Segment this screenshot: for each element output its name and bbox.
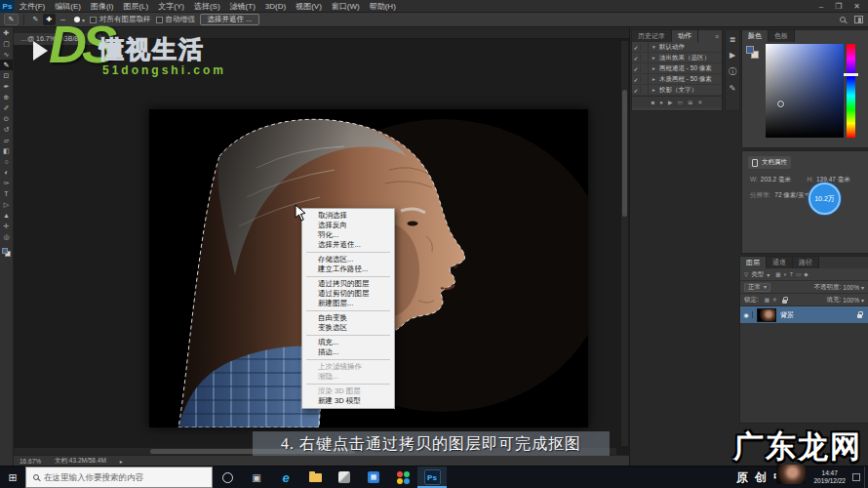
select-and-mask-button[interactable]: 选择并遮住 ... [200,14,260,25]
search-input[interactable] [44,472,200,482]
zoom-tool[interactable]: ◎ [0,231,13,242]
context-menu-item[interactable]: 新建 3D 模型 [302,396,394,406]
sample-all-layers-checkbox[interactable]: 对所有图层取样 [90,15,151,24]
foreground-background-swatches[interactable] [2,248,12,258]
filter-type-label[interactable]: 类型 [751,270,764,279]
file-explorer-button[interactable] [300,467,330,488]
new-selection-mode[interactable]: ✎ [29,14,42,25]
pen-tool[interactable]: ✑ [0,178,13,188]
brush-size-picker[interactable]: ▾ [74,17,85,23]
tab-swatches[interactable]: 色板 [769,30,795,42]
scrollbar-thumb[interactable] [622,90,627,217]
menu-item[interactable]: 3D(D) [260,0,291,13]
panel-icon-brush[interactable]: ✎ [730,84,736,93]
layer-filter-icon[interactable]: T [790,271,793,277]
dodge-tool[interactable]: ◐ [0,167,13,178]
taskbar-search[interactable] [25,467,213,488]
workspace-switcher-icon[interactable] [854,16,863,23]
context-menu-item[interactable]: 通过剪切的图层 [302,289,394,299]
context-menu-item[interactable]: 描边... [302,347,394,357]
menu-item[interactable]: 文件(F) [15,0,50,13]
foreground-color-swatch[interactable] [746,46,754,54]
close-icon[interactable]: ✕ [89,35,94,42]
clone-stamp-tool[interactable]: ⊙ [0,113,13,124]
layer-thumbnail[interactable] [757,308,776,322]
layer-filter-icon[interactable]: ▭ [796,271,801,277]
resolution-value[interactable]: 72 像素/英寸 [774,191,810,200]
gradient-tool[interactable]: ◧ [0,145,13,156]
context-menu-item[interactable]: 填充... [302,338,394,347]
app-button-3[interactable] [388,467,417,488]
tab-paths[interactable]: 路径 [793,257,819,268]
action-check-icon[interactable]: ✓ [632,65,641,72]
tab-history[interactable]: 历史记录 [632,30,672,42]
fill-value[interactable]: 100% [843,297,859,304]
context-menu-item[interactable] [306,310,390,311]
hand-tool[interactable]: ✛ [0,221,13,231]
layer-name[interactable]: 背景 [780,310,794,320]
menu-item[interactable]: 选择(S) [189,0,225,13]
action-dialog-toggle[interactable] [641,63,649,74]
new-folder-icon[interactable]: ▭ [678,99,684,105]
action-dialog-toggle[interactable] [641,53,649,63]
action-dialog-toggle[interactable] [641,74,649,85]
menu-item[interactable]: 编辑(E) [50,0,86,13]
context-menu-item[interactable]: 取消选择 [302,211,394,221]
tab-color[interactable]: 颜色 [742,30,769,42]
search-icon[interactable] [840,17,846,22]
context-menu-item[interactable]: 上次滤镜操作 [302,362,394,372]
rectangular-marquee-tool[interactable]: ▢ [0,38,13,49]
hue-slider[interactable] [847,44,855,138]
cortana-button[interactable] [213,467,242,488]
quick-selection-tool[interactable]: ✎ [0,60,13,70]
layer-filter-icon[interactable]: ◐ [783,271,786,277]
show-desktop-button[interactable] [864,467,868,488]
eraser-tool[interactable]: ▱ [0,135,13,145]
notification-center-icon[interactable] [852,473,860,481]
context-menu-item[interactable] [306,359,390,360]
app-button-1[interactable] [330,467,359,488]
saturation-brightness-field[interactable] [766,44,844,138]
minimize-button[interactable]: – [813,0,829,13]
action-row[interactable]: ✓ ▸ 木质画框 - 50 像素 [632,74,722,85]
eyedropper-tool[interactable]: ✒ [0,81,13,92]
lock-option-icon[interactable]: ▦ [765,297,769,303]
context-menu-item[interactable]: 选择并遮住... [302,240,394,250]
action-row[interactable]: ✓ ▸ 画框通道 - 50 像素 [632,63,722,74]
close-button[interactable]: ✕ [848,0,866,13]
menu-item[interactable]: 视图(V) [291,0,327,13]
task-view-button[interactable]: ▣ [242,467,271,488]
stop-icon[interactable]: ■ [651,100,655,105]
context-menu-item[interactable]: 选择反向 [302,221,394,230]
action-dialog-toggle[interactable] [641,42,649,53]
auto-enhance-checkbox[interactable]: 自动增强 [156,15,195,24]
menu-item[interactable]: 文字(Y) [153,0,189,13]
context-menu-item[interactable]: 渐隐... [302,372,394,382]
context-menu-item[interactable]: 自由变换 [302,313,394,323]
visibility-eye-icon[interactable]: ◉ [740,311,753,318]
action-check-icon[interactable]: ✓ [632,87,641,94]
action-dialog-toggle[interactable] [641,85,649,96]
clock[interactable]: 14:47 2019/12/22 [813,469,846,486]
action-row[interactable]: ✓ ▸ 投影（文字） [632,85,722,96]
context-menu-item[interactable] [306,335,390,336]
start-button[interactable]: ⊞ [0,467,25,488]
context-menu-item[interactable]: 新建图层... [302,299,394,308]
tab-channels[interactable]: 通道 [767,257,793,268]
expander-icon[interactable]: ▸ [649,76,659,82]
context-menu-item[interactable]: 建立工作路径... [302,264,394,274]
zoom-level[interactable]: 16.67% [20,458,41,465]
photoshop-taskbar-button[interactable]: Ps [417,467,447,488]
menu-item[interactable]: 图层(L) [118,0,153,13]
menu-item[interactable]: 帮助(H) [365,0,401,13]
lock-all-icon[interactable] [782,300,787,304]
expander-icon[interactable]: ▸ [649,55,659,61]
add-to-selection-mode[interactable]: ✚ [43,14,56,25]
width-value[interactable]: 203.2 毫米 [761,176,791,184]
tab-layers[interactable]: 图层 [740,257,767,268]
tool-preset-button[interactable]: ✎ [4,14,19,25]
type-tool[interactable]: T [0,188,13,199]
document-tab[interactable]: …@ 16.7%(RGB/8#) ✕ [14,33,102,45]
path-selection-tool[interactable]: ▷ [0,199,13,210]
lasso-tool[interactable]: ∿ [0,49,13,60]
